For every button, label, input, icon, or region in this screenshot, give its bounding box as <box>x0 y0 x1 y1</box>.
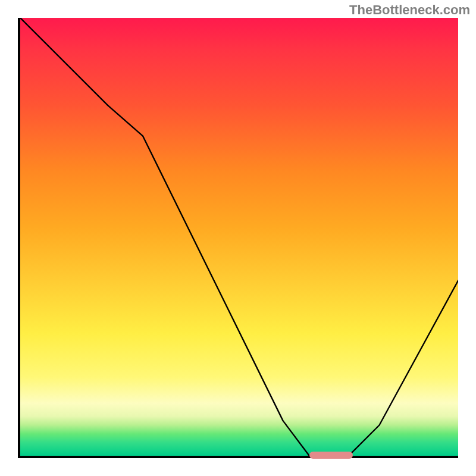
chart-container: TheBottleneck.com <box>0 0 476 476</box>
bottleneck-curve <box>20 18 458 456</box>
plot-area <box>18 18 458 458</box>
curve-layer <box>20 18 458 456</box>
optimal-range-marker <box>309 452 353 459</box>
watermark-text: TheBottleneck.com <box>349 2 470 18</box>
